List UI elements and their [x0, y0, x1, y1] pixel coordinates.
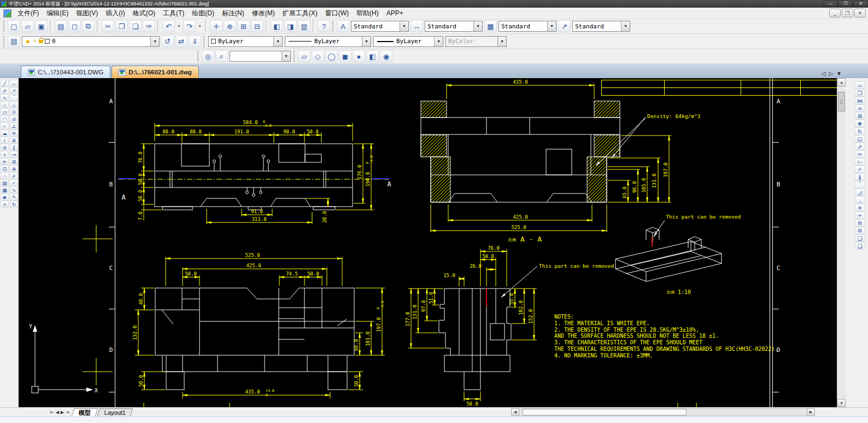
mirror-icon[interactable]: ⋈ — [854, 97, 865, 104]
menu-view[interactable]: 视图(V) — [72, 8, 102, 19]
layer-combobox[interactable]: ● ☼ 0 ▼ — [22, 36, 160, 47]
combo-caret-icon[interactable]: ▼ — [273, 37, 282, 46]
dim-inspect-icon[interactable]: ✓ — [10, 179, 18, 186]
first-tab-icon[interactable]: ⇤ — [50, 410, 54, 415]
combo-caret-icon[interactable]: ▼ — [434, 37, 443, 46]
center-mark-icon[interactable]: ⊕ — [10, 165, 18, 172]
scroll-right-icon[interactable]: ▶ — [807, 408, 815, 416]
style-combobox[interactable]: Standard ▼ — [425, 21, 483, 32]
mtext-icon[interactable]: A — [1, 201, 9, 208]
restore-button[interactable]: ❐ — [838, 1, 853, 7]
prev-tab-icon[interactable]: ◀ — [56, 410, 59, 415]
layer-on-icon[interactable]: ● — [25, 38, 31, 44]
dim-baseline-icon[interactable]: ≣ — [10, 137, 18, 144]
dim-linear-icon[interactable]: ↔ — [10, 80, 18, 87]
mleader-style-icon[interactable]: ↗ — [558, 20, 571, 32]
region-icon[interactable]: ◙ — [1, 193, 9, 201]
draw-order-front-icon[interactable]: ⧉ — [854, 219, 865, 227]
dim-break-icon[interactable]: ≠ — [10, 172, 18, 179]
menu-edit[interactable]: 编辑(E) — [43, 8, 72, 19]
save-icon[interactable]: ▣ — [35, 20, 48, 32]
explode-icon[interactable]: ✳ — [854, 204, 865, 212]
layer-previous-icon[interactable]: ↺ — [161, 36, 174, 48]
table-style-icon[interactable]: ▦ — [484, 20, 497, 32]
make-block-icon[interactable]: ⊡ — [1, 165, 9, 172]
mdi-minimize-button[interactable]: _ — [829, 9, 841, 17]
menu-modify[interactable]: 修改(M) — [248, 8, 279, 19]
combo-caret-icon[interactable]: ▼ — [473, 21, 482, 31]
redo-icon[interactable]: ↷ — [183, 20, 196, 32]
point-icon[interactable]: ∴ — [1, 172, 9, 179]
separator[interactable] — [266, 20, 268, 32]
doc-tab-710443[interactable]: C:\...\710443-001.DWG — [21, 66, 110, 78]
combo-caret-icon[interactable]: ▼ — [547, 21, 556, 31]
zoom-previous-icon[interactable]: ⊟ — [251, 20, 263, 32]
combo-caret-icon[interactable]: ▼ — [400, 21, 408, 31]
separator[interactable] — [205, 20, 208, 32]
break-icon[interactable]: ∦ — [854, 173, 865, 181]
pan-icon[interactable]: ✛ — [210, 20, 222, 32]
dim-edit-icon[interactable]: ✎ — [10, 193, 18, 201]
array-icon[interactable]: ⊞ — [854, 112, 865, 120]
menu-file[interactable]: 文件(F) — [14, 8, 43, 19]
linetype-combobox[interactable]: ByLayer ▼ — [285, 36, 371, 47]
tab-scroll-left-icon[interactable]: ◁ — [822, 70, 826, 77]
cut-icon[interactable]: ✂ — [102, 20, 114, 32]
chamfer-icon[interactable]: ◿ — [854, 189, 865, 196]
line-icon[interactable]: ╱ — [1, 80, 9, 87]
vertical-scrollbar[interactable]: ▲ ▼ — [837, 78, 846, 407]
combo-caret-icon[interactable]: ▼ — [362, 37, 371, 46]
hidden-icon[interactable]: ◯ — [325, 50, 338, 62]
ellipse-arc-icon[interactable]: ◗ — [1, 151, 9, 158]
doc-tab-766021[interactable]: D:\...\766021-001.dwg — [112, 66, 199, 78]
menu-tools[interactable]: 工具(T) — [159, 8, 188, 19]
orbit-icon[interactable]: ◎ — [202, 50, 214, 62]
tab-layout1[interactable]: Layout1 — [97, 408, 133, 416]
draw-order-above-icon[interactable]: ❏ — [854, 234, 865, 242]
trim-icon[interactable]: ✂ — [854, 150, 865, 158]
join-icon[interactable]: ⌒ — [854, 181, 865, 189]
combo-caret-icon[interactable]: ▼ — [150, 37, 159, 46]
draw-order-back-icon[interactable]: ⧉ — [854, 227, 865, 234]
insert-block-icon[interactable]: ⊳ — [1, 158, 9, 165]
stretch-icon[interactable]: ⇗ — [854, 143, 865, 150]
quick-leader-icon[interactable]: ↝ — [10, 151, 18, 158]
zoom-scale-icon[interactable]: ⌕ — [215, 50, 228, 62]
new-file-icon[interactable]: ▢ — [8, 20, 20, 32]
tab-model[interactable]: 模型 — [71, 408, 98, 416]
close-button[interactable]: ✕ — [853, 1, 868, 7]
menu-express-tools[interactable]: 扩展工具(X) — [279, 8, 321, 19]
separator[interactable] — [97, 20, 99, 32]
color-combobox[interactable]: ByLayer ▼ — [208, 36, 283, 47]
extend-icon[interactable]: ⊢ — [854, 158, 865, 166]
text-style-icon[interactable]: A — [337, 20, 349, 32]
menu-window[interactable]: 窗口(W) — [321, 8, 353, 19]
break-at-point-icon[interactable]: ⌿ — [854, 166, 865, 173]
lineweight-combobox[interactable]: ByLayer ▼ — [373, 36, 443, 47]
combo-caret-icon[interactable]: ▼ — [621, 21, 630, 31]
undo-icon[interactable]: ↶ — [162, 20, 175, 32]
dim-style-icon[interactable]: ↔ — [410, 20, 423, 32]
dim-update-icon[interactable]: ↻ — [10, 201, 18, 208]
ray-icon[interactable]: ⇗ — [1, 87, 9, 94]
scroll-left-icon[interactable]: ◀ — [511, 408, 519, 416]
minimize-button[interactable]: — — [823, 1, 837, 7]
menu-help[interactable]: 帮助(H) — [353, 8, 383, 19]
tab-list-menu-icon[interactable]: ▼ — [836, 70, 842, 77]
gouraud-edges-icon[interactable]: ◉ — [380, 50, 392, 62]
separator[interactable] — [313, 20, 315, 32]
last-tab-icon[interactable]: ⇥ — [66, 410, 69, 415]
move-icon[interactable]: ✥ — [854, 120, 865, 127]
layer-manager-icon[interactable]: ▤ — [8, 36, 20, 48]
tab-scroll-right-icon[interactable]: ▷ — [829, 70, 833, 77]
dim-jog-icon[interactable]: ∿ — [10, 186, 18, 193]
offset-icon[interactable]: ≍ — [854, 104, 865, 112]
fillet-icon[interactable]: ◞ — [854, 196, 865, 204]
layer-isolate-icon[interactable]: ⇓ — [189, 36, 201, 48]
rotate-icon[interactable]: ↻ — [854, 127, 865, 135]
open-file-icon[interactable]: ▱ — [21, 20, 34, 32]
dim-continue-icon[interactable]: ∥ — [10, 144, 18, 151]
flat-shaded-icon[interactable]: ◼ — [339, 50, 351, 62]
erase-icon[interactable]: ▱ — [854, 81, 865, 89]
help-icon[interactable]: ? — [318, 20, 330, 32]
